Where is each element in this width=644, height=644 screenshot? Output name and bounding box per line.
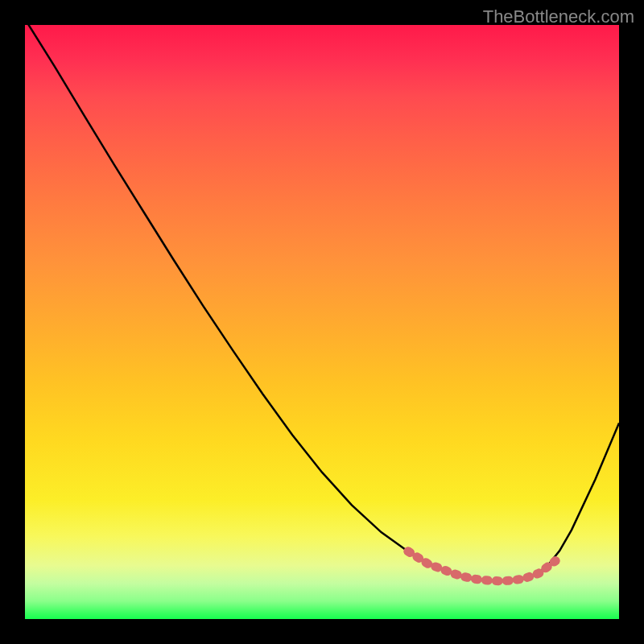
watermark-text: TheBottleneck.com xyxy=(483,6,634,27)
highlight-endpoint xyxy=(551,556,560,565)
bottleneck-curve xyxy=(25,25,619,581)
curve-svg xyxy=(25,25,619,619)
plot-area xyxy=(25,25,619,619)
chart-container: TheBottleneck.com xyxy=(0,0,644,644)
highlight-markers xyxy=(404,547,560,580)
highlight-endpoint xyxy=(404,547,413,555)
highlight-path xyxy=(408,551,555,581)
